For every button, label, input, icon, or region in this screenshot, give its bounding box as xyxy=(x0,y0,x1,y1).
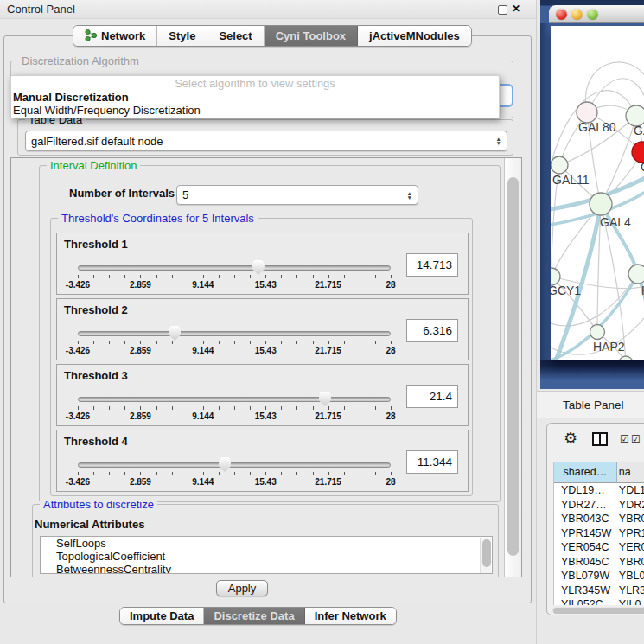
table-hscroll-thumb[interactable] xyxy=(553,608,644,614)
network-node-gal4[interactable] xyxy=(590,193,612,215)
slider-thumb[interactable] xyxy=(319,392,331,406)
network-node-gal11[interactable] xyxy=(551,156,568,174)
network-edge xyxy=(551,274,638,326)
tick-label: 15.43 xyxy=(255,477,277,487)
table-row[interactable]: YDL19…YDL1 xyxy=(554,483,644,498)
apply-button[interactable]: Apply xyxy=(216,580,268,596)
threshold-value-field[interactable]: 14.713 xyxy=(406,253,458,277)
table-cell: YIL052C xyxy=(554,597,617,605)
slider-tick xyxy=(344,341,345,344)
tick-label: 2.859 xyxy=(130,280,151,290)
slider-track[interactable] xyxy=(78,462,391,468)
tab-label: Network xyxy=(101,29,145,42)
slider-tick xyxy=(265,472,266,475)
network-node-gcy1[interactable] xyxy=(551,268,560,285)
tab-network[interactable]: Network xyxy=(73,26,157,46)
network-node[interactable] xyxy=(619,356,633,360)
tab-impute-data[interactable]: Impute Data xyxy=(120,608,204,624)
table-row[interactable]: YBR043CYBR0 xyxy=(554,512,644,526)
slider-tick xyxy=(188,275,188,278)
tick-label: 15.43 xyxy=(255,280,277,290)
slider-tick xyxy=(328,341,329,344)
table-horizontal-scrollbar[interactable] xyxy=(552,607,644,614)
tab-discretize-data[interactable]: Discretize Data xyxy=(204,608,304,624)
slider-tick xyxy=(296,275,297,278)
slider-tick xyxy=(156,406,157,410)
table-row[interactable]: YPR145WYPR1 xyxy=(554,526,644,541)
control-panel-titlebar: Control Panel ✕ xyxy=(0,0,536,19)
network-graph[interactable]: GAL80GACGAL11GAL4GCY1HHAP2 xyxy=(551,26,644,360)
column-header-shared-[interactable]: shared… xyxy=(554,462,617,482)
table-panel: ⚙ ☑ ☑ shared…na YDL19…YDL1YDR27…YDR2YBR0… xyxy=(546,423,644,615)
num-intervals-select[interactable]: 5 ▲▼ xyxy=(176,185,418,205)
table-row[interactable]: YER054CYER0 xyxy=(554,540,644,555)
settings-vertical-scrollbar[interactable] xyxy=(504,158,521,577)
tab-label: Infer Network xyxy=(315,609,386,622)
attribute-item-selfloops[interactable]: SelfLoops xyxy=(41,537,492,550)
checkbox-icon[interactable]: ☑ xyxy=(620,433,629,445)
tab-cyni-toolbox[interactable]: Cyni Toolbox xyxy=(265,26,358,46)
column-header-na[interactable]: na xyxy=(617,462,644,482)
table-row[interactable]: YDR27…YDR2 xyxy=(554,498,644,513)
tab-jactivemnodules[interactable]: jActiveMNodules xyxy=(358,26,471,46)
slider-tick xyxy=(203,406,204,410)
network-canvas[interactable]: GAL80GACGAL11GAL4GCY1HHAP2 xyxy=(551,26,644,360)
close-icon[interactable]: ✕ xyxy=(512,3,520,15)
attributes-scroll-thumb[interactable] xyxy=(482,539,491,567)
tab-select[interactable]: Select xyxy=(207,26,264,46)
table-row[interactable]: YBL079WYBL0 xyxy=(554,569,644,583)
slider-track[interactable] xyxy=(78,397,391,402)
slider-tick xyxy=(328,275,329,278)
table-data-select[interactable]: galFiltered.sif default node ▲▼ xyxy=(25,131,507,151)
zoom-traffic-light-icon[interactable] xyxy=(587,9,598,20)
network-window-titlebar[interactable] xyxy=(549,5,644,23)
float-window-icon[interactable] xyxy=(498,5,507,15)
table-cell: YBR043C xyxy=(554,512,617,526)
algorithm-option-manual[interactable]: Manual Discretization xyxy=(11,91,499,104)
table-row[interactable]: YBR045CYBR0 xyxy=(554,555,644,570)
threshold-row-1: Threshold 1-3.4262.8599.14415.4321.71528… xyxy=(56,233,469,295)
numerical-attributes-label: Numerical Attributes xyxy=(35,518,144,531)
tick-label: 2.859 xyxy=(130,411,151,421)
slider-tick xyxy=(78,275,79,278)
slider-tick xyxy=(250,406,251,410)
table-cell: YER054C xyxy=(554,540,617,555)
slider-tick xyxy=(360,341,360,344)
table-cell: YBR045C xyxy=(554,555,617,570)
tab-style[interactable]: Style xyxy=(157,26,207,46)
table-row[interactable]: YIL052CYIL0 xyxy=(554,597,644,605)
split-columns-icon[interactable] xyxy=(592,432,608,446)
slider-thumb[interactable] xyxy=(169,326,181,341)
group-title: Interval Definition xyxy=(47,159,140,172)
slider-track[interactable] xyxy=(78,265,391,271)
slider-tick xyxy=(219,341,220,344)
threshold-value-field[interactable]: 21.4 xyxy=(406,385,458,408)
attribute-item-betweennesscentrality[interactable]: BetweennessCentrality xyxy=(41,563,492,574)
network-window-frame xyxy=(540,23,551,360)
node-label: GAL80 xyxy=(578,120,616,134)
threshold-value-field[interactable]: 11.344 xyxy=(406,450,458,474)
slider-thumb[interactable] xyxy=(219,457,231,472)
settings-gear-icon[interactable]: ⚙ xyxy=(564,429,577,448)
algorithm-option-equal-width[interactable]: Equal Width/Frequency Discretization xyxy=(11,104,499,117)
attribute-item-topologicalcoefficient[interactable]: TopologicalCoefficient xyxy=(41,550,492,563)
tick-label: 9.144 xyxy=(192,477,214,487)
slider-thumb[interactable] xyxy=(252,260,265,275)
slider-tick xyxy=(219,472,220,475)
slider-track[interactable] xyxy=(78,331,391,336)
slider-tick xyxy=(328,406,329,410)
slider-tick xyxy=(234,341,235,344)
minimize-traffic-light-icon[interactable] xyxy=(571,9,583,20)
threshold-value-field[interactable]: 6.316 xyxy=(406,319,458,342)
tick-label: -3.426 xyxy=(66,280,90,290)
close-traffic-light-icon[interactable] xyxy=(556,9,567,20)
tab-infer-network[interactable]: Infer Network xyxy=(305,608,396,624)
table-row[interactable]: YLR345WYLR3 xyxy=(554,583,644,598)
checkbox-icon[interactable]: ☑ xyxy=(631,433,641,445)
settings-scroll-thumb[interactable] xyxy=(507,177,519,556)
network-node-hap2[interactable] xyxy=(590,325,605,340)
table-cell: YLR345W xyxy=(554,583,617,598)
screenshot-root: Control Panel ✕ NetworkStyleSelectCyni T… xyxy=(0,0,644,644)
attributes-scrollbar[interactable] xyxy=(480,538,491,574)
network-node-h[interactable] xyxy=(628,265,644,284)
